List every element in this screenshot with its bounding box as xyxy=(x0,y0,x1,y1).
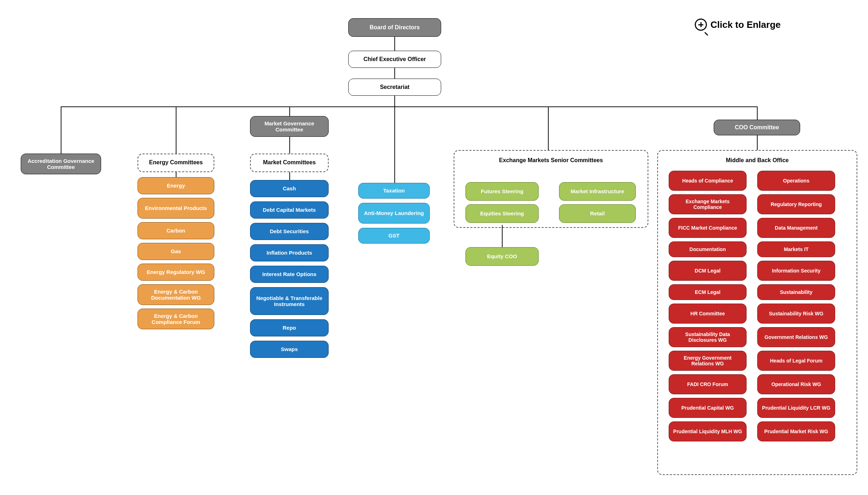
node-energy-2: Carbon xyxy=(138,222,214,239)
node-equity-coo: Equity COO xyxy=(465,247,539,266)
node-market-3: Inflation Products xyxy=(250,244,329,261)
node-exchange-left-0: Futures Steering xyxy=(465,182,539,201)
node-energy-5: Energy & Carbon Documentation WG xyxy=(138,284,214,305)
node-secretariat: Secretariat xyxy=(348,79,441,96)
node-mbo-right-4: Information Security xyxy=(757,261,835,281)
node-tax-1: Anti-Money Laundering xyxy=(358,203,430,224)
node-mbo-right-2: Data Management xyxy=(757,218,835,238)
node-energy-0: Energy xyxy=(138,177,214,194)
node-mbo-left-4: DCM Legal xyxy=(669,261,747,281)
node-mbo-right-1: Regulatory Reporting xyxy=(757,194,835,214)
node-mbo-left-3: Documentation xyxy=(669,241,747,257)
node-tax-0: Taxation xyxy=(358,183,430,199)
node-market-1: Debt Capital Markets xyxy=(250,201,329,219)
connector xyxy=(61,106,757,107)
connector xyxy=(176,106,176,154)
connector xyxy=(757,135,758,150)
group-title-market: Market Committees xyxy=(251,159,328,166)
connector xyxy=(61,106,61,154)
node-mbo-right-7: Government Relations WG xyxy=(757,327,835,347)
node-energy-6: Energy & Carbon Compliance Forum xyxy=(138,309,214,329)
click-to-enlarge-control[interactable]: Click to Enlarge xyxy=(695,19,781,31)
node-energy-4: Energy Regulatory WG xyxy=(138,264,214,281)
connector xyxy=(289,172,290,180)
node-exchange-right-0: Market Infrastructure xyxy=(559,182,636,201)
node-mbo-left-1: Exchange Markets Compliance xyxy=(669,194,747,214)
node-tax-2: GST xyxy=(358,228,430,244)
connector xyxy=(394,106,395,183)
node-coo-committee: COO Committee xyxy=(714,120,800,135)
node-mbo-left-6: HR Committee xyxy=(669,304,747,324)
connector xyxy=(548,106,549,150)
connector xyxy=(757,106,758,120)
node-mbo-right-8: Heads of Legal Forum xyxy=(757,351,835,371)
connector xyxy=(394,68,395,79)
node-ceo: Chief Executive Officer xyxy=(348,51,441,68)
node-mbo-left-5: ECM Legal xyxy=(669,284,747,300)
node-mbo-right-6: Sustainability Risk WG xyxy=(757,304,835,324)
node-market-2: Debt Securities xyxy=(250,223,329,240)
node-market-governance-committee: Market Governance Committee xyxy=(250,116,329,137)
node-energy-1: Environmental Products xyxy=(138,198,214,219)
node-energy-3: Gas xyxy=(138,243,214,260)
connector xyxy=(289,137,290,154)
node-market-6: Repo xyxy=(250,319,329,336)
node-mbo-right-9: Operational Risk WG xyxy=(757,374,835,394)
group-market-committees: Market Committees xyxy=(250,154,329,172)
node-accreditation-governance-committee: Accreditation Governance Committee xyxy=(21,154,101,174)
node-mbo-left-8: Energy Government Relations WG xyxy=(669,351,747,371)
group-title-energy: Energy Committees xyxy=(138,159,214,166)
connector xyxy=(502,225,503,247)
node-market-0: Cash xyxy=(250,180,329,197)
group-title-middle-back: Middle and Back Office xyxy=(658,157,857,164)
node-mbo-right-11: Prudential Market Risk WG xyxy=(757,421,835,441)
magnifier-plus-icon xyxy=(695,19,707,31)
node-mbo-right-10: Prudential Liquidity LCR WG xyxy=(757,398,835,418)
connector xyxy=(394,96,395,106)
node-mbo-left-10: Prudential Capital WG xyxy=(669,398,747,418)
node-market-7: Swaps xyxy=(250,341,329,358)
group-title-exchange: Exchange Markets Senior Committees xyxy=(454,157,648,164)
node-mbo-right-0: Operations xyxy=(757,171,835,191)
node-mbo-right-3: Markets IT xyxy=(757,241,835,257)
node-exchange-left-1: Equities Steering xyxy=(465,204,539,223)
node-mbo-left-11: Prudential Liquidity MLH WG xyxy=(669,421,747,441)
node-market-5: Negotiable & Transferable Instruments xyxy=(250,287,329,315)
node-board-of-directors: Board of Directors xyxy=(348,18,441,37)
node-mbo-left-9: FADI CRO Forum xyxy=(669,374,747,394)
node-market-4: Interest Rate Options xyxy=(250,266,329,283)
connector xyxy=(176,172,176,177)
node-mbo-left-2: FICC Market Compliance xyxy=(669,218,747,238)
node-mbo-left-7: Sustainability Data Disclosures WG xyxy=(669,327,747,347)
connector xyxy=(394,37,395,51)
node-mbo-left-0: Heads of Compliance xyxy=(669,171,747,191)
connector xyxy=(289,106,290,116)
node-mbo-right-5: Sustainability xyxy=(757,284,835,300)
node-exchange-right-1: Retail xyxy=(559,204,636,223)
org-chart-canvas: Click to Enlarge Board of Directors Chie… xyxy=(0,0,868,495)
group-energy-committees: Energy Committees xyxy=(138,154,214,172)
enlarge-label: Click to Enlarge xyxy=(710,19,781,30)
